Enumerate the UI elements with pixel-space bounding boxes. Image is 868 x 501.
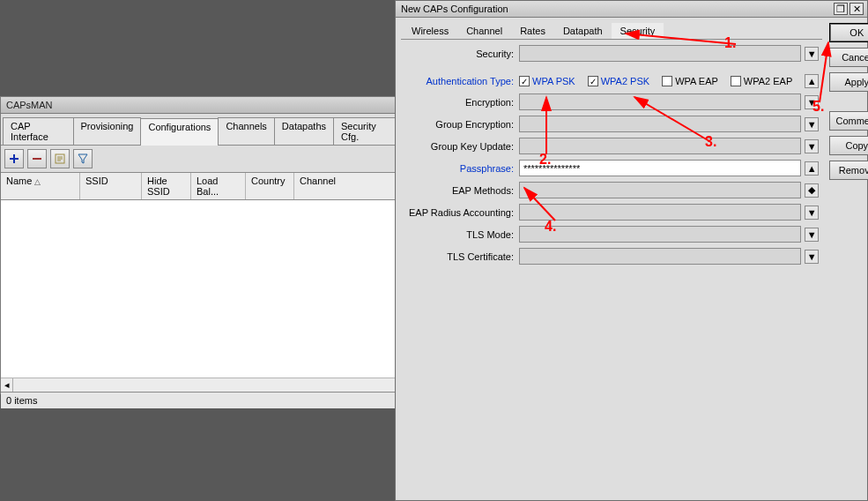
tab-datapath[interactable]: Datapath <box>554 23 612 39</box>
tab-channels[interactable]: Channels <box>218 117 274 145</box>
auth-type-collapse[interactable]: ▲ <box>805 74 819 88</box>
tls-mode-dropdown[interactable] <box>519 226 801 243</box>
eap-methods-toggle[interactable]: ◆ <box>805 183 819 198</box>
col-ssid[interactable]: SSID <box>80 173 142 199</box>
note-icon <box>54 153 66 165</box>
tab-wireless[interactable]: Wireless <box>403 23 457 39</box>
capsman-title-text: CAPsMAN <box>6 100 53 110</box>
row-eap-radius: EAP Radius Accounting: ▼ <box>404 204 819 221</box>
chevron-down-icon: ▼ <box>807 251 817 262</box>
capsman-table: Name △ SSID Hide SSID Load Bal... Countr… <box>1 173 420 393</box>
group-encryption-label: Group Encryption: <box>404 119 519 130</box>
col-load-bal[interactable]: Load Bal... <box>191 173 246 199</box>
tab-security[interactable]: Security <box>612 23 664 39</box>
ok-button[interactable]: OK <box>829 23 868 42</box>
remove-button[interactable] <box>27 149 47 168</box>
check-icon <box>731 76 741 86</box>
encryption-toggle[interactable]: ▼ <box>805 95 819 109</box>
remove-button-dialog[interactable]: Remove <box>829 161 868 180</box>
filter-button[interactable] <box>73 149 93 168</box>
row-passphrase: Passphrase: ▲ <box>404 160 819 176</box>
group-encryption-toggle[interactable]: ▼ <box>805 117 819 131</box>
restore-button[interactable]: ❐ <box>834 3 848 15</box>
tls-cert-dropdown[interactable] <box>519 248 801 265</box>
chevron-down-icon: ▼ <box>807 97 817 108</box>
copy-button[interactable]: Copy <box>829 136 868 155</box>
check-icon: ✓ <box>588 76 598 86</box>
eap-radius-label: EAP Radius Accounting: <box>404 207 519 218</box>
passphrase-collapse[interactable]: ▲ <box>805 161 819 176</box>
col-name[interactable]: Name △ <box>1 173 80 199</box>
new-caps-dialog: New CAPs Configuration ❐ ✕ Wireless Chan… <box>395 0 868 501</box>
chevron-down-icon: ▼ <box>807 229 817 240</box>
eap-methods-dropdown[interactable] <box>519 182 801 198</box>
group-key-dropdown[interactable] <box>519 138 801 154</box>
updown-icon: ◆ <box>808 184 815 196</box>
cancel-button[interactable]: Cancel <box>829 48 868 67</box>
dialog-title: New CAPs Configuration <box>399 4 832 14</box>
dialog-buttons: OK Cancel Apply Comment Copy Remove <box>829 21 868 494</box>
checkbox-wpa-eap[interactable]: WPA EAP <box>662 76 718 86</box>
tls-cert-toggle[interactable]: ▼ <box>805 250 819 264</box>
close-button[interactable]: ✕ <box>849 3 864 15</box>
check-icon: ✓ <box>519 76 530 86</box>
group-key-label: Group Key Update: <box>404 141 519 152</box>
dialog-left-pane: Wireless Channel Rates Datapath Security… <box>401 21 822 494</box>
row-group-encryption: Group Encryption: ▼ <box>404 116 819 132</box>
tab-security-cfg[interactable]: Security Cfg. <box>333 117 400 145</box>
chevron-down-icon: ▼ <box>807 49 817 59</box>
dialog-body: Wireless Channel Rates Datapath Security… <box>396 18 867 499</box>
tls-mode-toggle[interactable]: ▼ <box>805 228 819 242</box>
tab-channel[interactable]: Channel <box>457 23 511 39</box>
add-button[interactable] <box>4 149 24 168</box>
security-toggle[interactable]: ▼ <box>805 47 819 61</box>
sort-icon: △ <box>34 177 41 186</box>
comment-button[interactable]: Comment <box>829 111 868 131</box>
security-dropdown[interactable] <box>519 45 801 62</box>
encryption-label: Encryption: <box>404 97 519 108</box>
capsman-window: CAPsMAN CAP Interface Provisioning Confi… <box>0 96 421 394</box>
capsman-toolbar <box>1 146 420 173</box>
eap-radius-dropdown[interactable] <box>519 204 801 221</box>
eap-radius-toggle[interactable]: ▼ <box>805 206 819 220</box>
row-tls-cert: TLS Certificate: ▼ <box>404 248 819 265</box>
checkbox-wpa2-eap[interactable]: WPA2 EAP <box>731 76 792 86</box>
hscrollbar[interactable]: ◂ <box>1 378 420 392</box>
security-form: Security: ▼ Authentication Type: ✓ WPA P… <box>401 40 822 265</box>
col-hide-ssid[interactable]: Hide SSID <box>142 173 191 199</box>
row-tls-mode: TLS Mode: ▼ <box>404 226 819 243</box>
tls-mode-label: TLS Mode: <box>404 229 519 240</box>
tab-cap-interface[interactable]: CAP Interface <box>3 117 74 145</box>
tab-datapaths[interactable]: Datapaths <box>274 117 334 145</box>
minus-icon <box>31 153 43 165</box>
scroll-left-icon[interactable]: ◂ <box>1 378 13 392</box>
group-key-toggle[interactable]: ▼ <box>805 139 819 153</box>
tab-rates[interactable]: Rates <box>511 23 554 39</box>
plus-icon <box>8 153 20 165</box>
group-encryption-dropdown[interactable] <box>519 116 801 132</box>
dialog-titlebar: New CAPs Configuration ❐ ✕ <box>396 1 867 18</box>
row-security: Security: ▼ <box>404 45 819 62</box>
svg-rect-0 <box>33 158 41 160</box>
apply-button[interactable]: Apply <box>829 72 868 92</box>
capsman-tabs: CAP Interface Provisioning Configuration… <box>1 114 420 146</box>
funnel-icon <box>77 153 89 165</box>
tab-provisioning[interactable]: Provisioning <box>73 117 142 145</box>
checkbox-wpa-psk[interactable]: ✓ WPA PSK <box>519 76 575 86</box>
capsman-title: CAPsMAN <box>1 96 420 114</box>
security-label: Security: <box>404 49 519 59</box>
table-header: Name △ SSID Hide SSID Load Bal... Countr… <box>1 173 420 200</box>
tab-configurations[interactable]: Configurations <box>140 118 219 146</box>
comment-button[interactable] <box>50 149 70 168</box>
dialog-tabs: Wireless Channel Rates Datapath Security <box>401 21 822 40</box>
col-country[interactable]: Country <box>246 173 294 199</box>
eap-methods-label: EAP Methods: <box>404 185 519 196</box>
chevron-down-icon: ▼ <box>807 141 817 152</box>
passphrase-input[interactable] <box>519 160 801 176</box>
checkbox-wpa2-psk[interactable]: ✓ WPA2 PSK <box>588 76 649 86</box>
auth-type-label: Authentication Type: <box>404 76 519 86</box>
capsman-footer: 0 items <box>1 393 420 408</box>
close-icon: ✕ <box>853 4 861 15</box>
encryption-dropdown[interactable] <box>519 93 801 110</box>
row-group-key: Group Key Update: ▼ <box>404 138 819 154</box>
